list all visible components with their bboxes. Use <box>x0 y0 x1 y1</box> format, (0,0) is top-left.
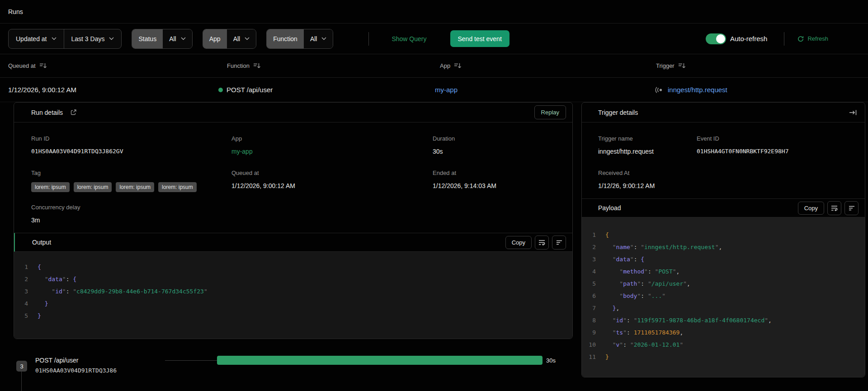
wrap-text-button[interactable] <box>535 236 549 250</box>
wrap-text-icon <box>831 205 838 211</box>
filter-bar: Updated at Last 3 Days Status All App Al… <box>0 24 868 54</box>
status-filter-group: Status All <box>132 29 192 49</box>
status-value: All <box>169 35 176 42</box>
line-number: 1 <box>14 261 38 273</box>
toggle-knob <box>716 34 725 43</box>
align-left-icon <box>556 240 562 245</box>
step-name: POST /api/user <box>35 357 117 364</box>
time-range-dropdown[interactable]: Last 3 Days <box>64 29 122 48</box>
line-number: 5 <box>14 310 38 322</box>
field-label: Queued at <box>231 170 433 176</box>
sort-trigger-button[interactable] <box>678 62 686 69</box>
field-received-at: Received At 1/12/26, 9:00:12 AM <box>598 170 697 198</box>
code-line: 7 }, <box>582 302 865 314</box>
align-left-button[interactable] <box>552 236 566 250</box>
code-text: { <box>605 229 609 241</box>
collapse-panel-button[interactable] <box>847 108 859 118</box>
code-line: 4 "method": "POST", <box>582 265 865 278</box>
show-query-button[interactable]: Show Query <box>392 35 426 42</box>
field-label: Received At <box>598 170 697 176</box>
column-header-function: Function <box>217 62 435 69</box>
code-line: 2 "name": "inngest/http.request", <box>582 241 865 253</box>
tag-pill: lorem: ipsum <box>74 182 112 192</box>
timeline-duration-bar[interactable] <box>217 356 542 365</box>
code-text: "name": "inngest/http.request", <box>605 241 722 253</box>
timeline-step[interactable]: POST /api/user 01HS0AA03V04D91RTDQ3J86 <box>35 357 117 374</box>
sort-queued-at-button[interactable] <box>39 62 47 69</box>
trigger-name-value: inngest/http.request <box>598 148 697 155</box>
sort-field-dropdown[interactable]: Updated at <box>9 29 64 48</box>
field-label: Run ID <box>31 135 231 142</box>
field-concurrency-delay: Concurrency delay 3m <box>31 204 231 233</box>
output-section-header: Output Copy <box>14 233 572 252</box>
chevron-down-icon <box>109 37 114 40</box>
line-number: 3 <box>14 285 38 297</box>
output-code-block[interactable]: 1{2 "data": {3 "id": "c8429dd9-29b8-44e6… <box>14 252 572 339</box>
tag-pills: lorem: ipsumlorem: ipsumlorem: ipsumlore… <box>31 182 231 192</box>
output-copy-button[interactable]: Copy <box>505 236 532 249</box>
replay-button[interactable]: Replay <box>534 105 566 119</box>
field-queued-at: Queued at 1/12/2026, 9:00:12 AM <box>231 170 433 198</box>
open-run-button[interactable] <box>68 107 79 118</box>
column-label: Trigger <box>656 62 675 69</box>
payload-align-left-button[interactable] <box>844 201 859 215</box>
payload-code-block[interactable]: 1{2 "name": "inngest/http.request",3 "da… <box>582 217 865 377</box>
code-text: "data": { <box>38 273 76 285</box>
ended-at-value: 1/12/2026, 9:14:03 AM <box>433 182 572 189</box>
code-line: 6 "body": "..." <box>582 290 865 302</box>
cell-trigger: inngest/http.request <box>654 86 868 94</box>
field-ended-at: Ended at 1/12/2026, 9:14:03 AM <box>433 170 572 198</box>
run-details-header: Run details Replay <box>14 103 572 122</box>
concurrency-value: 3m <box>31 217 231 224</box>
field-label: Trigger name <box>598 135 697 142</box>
function-dropdown[interactable]: All <box>304 29 333 48</box>
code-line: 3 "id": "c8429dd9-29b8-44e6-b714-767d34c… <box>14 285 572 297</box>
function-filter-label: Function <box>267 29 304 48</box>
trigger-details-fields: Trigger name inngest/http.request Event … <box>582 122 865 198</box>
field-label: App <box>231 135 433 142</box>
code-line: 4 } <box>14 297 572 310</box>
run-details-panel: Run details Replay Run ID 01HS0AA03V04D9… <box>14 102 573 339</box>
run-details-title: Run details <box>31 109 63 116</box>
line-number: 9 <box>582 326 605 339</box>
time-filter-group: Updated at Last 3 Days <box>8 29 122 49</box>
trigger-link[interactable]: inngest/http.request <box>668 86 727 94</box>
line-number: 8 <box>582 314 605 326</box>
trigger-details-header: Trigger details <box>582 103 865 122</box>
code-text: "v": "2026-01-12.01" <box>605 339 683 351</box>
refresh-button[interactable]: Refresh <box>797 35 828 42</box>
app-link-value[interactable]: my-app <box>231 148 433 155</box>
field-trigger-name: Trigger name inngest/http.request <box>598 135 697 164</box>
code-text: }, <box>605 302 619 314</box>
auto-refresh-toggle[interactable] <box>706 33 726 44</box>
app-dropdown[interactable]: All <box>227 29 256 48</box>
function-value: All <box>310 35 317 42</box>
step-count-badge: 3 <box>16 361 27 372</box>
sort-icon <box>39 62 47 69</box>
status-dropdown[interactable]: All <box>163 29 192 48</box>
code-text: } <box>38 310 41 322</box>
app-filter-label: App <box>203 29 227 48</box>
code-line: 2 "data": { <box>14 273 572 285</box>
field-app: App my-app <box>231 135 433 164</box>
column-label: Function <box>227 62 250 69</box>
field-label: Ended at <box>433 170 572 176</box>
payload-copy-button[interactable]: Copy <box>798 202 824 215</box>
function-filter-group: Function All <box>266 29 333 49</box>
table-row[interactable]: 1/12/2026, 9:00:12 AM POST /api/user my-… <box>0 78 868 102</box>
app-link[interactable]: my-app <box>435 86 458 94</box>
code-line: 10 "v": "2026-01-12.01" <box>582 339 865 351</box>
run-details-fields: Run ID 01HS0AA03V04D91RTDQ3J862GV App my… <box>14 122 572 233</box>
chevron-down-icon <box>245 37 250 40</box>
event-id-value: 01HSHA4GT0FN0NRBKTF92E98H7 <box>697 148 865 155</box>
line-number: 4 <box>582 265 605 278</box>
payload-wrap-text-button[interactable] <box>827 201 841 215</box>
title-bar: Runs <box>0 0 868 24</box>
send-test-event-button[interactable]: Send test event <box>450 30 509 47</box>
sort-app-button[interactable] <box>454 62 462 69</box>
filter-divider <box>368 32 369 46</box>
wrap-text-icon <box>538 240 545 245</box>
column-label: Queued at <box>8 62 36 69</box>
sort-function-button[interactable] <box>253 62 261 69</box>
field-event-id: Event ID 01HSHA4GT0FN0NRBKTF92E98H7 <box>697 135 865 164</box>
